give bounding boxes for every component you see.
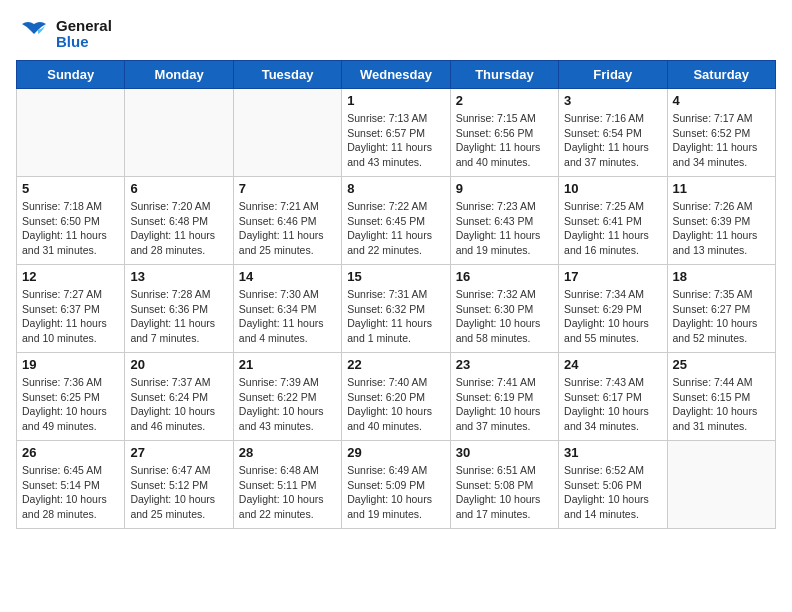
- day-info: Sunrise: 7:40 AM Sunset: 6:20 PM Dayligh…: [347, 375, 444, 434]
- day-info: Sunrise: 7:41 AM Sunset: 6:19 PM Dayligh…: [456, 375, 553, 434]
- calendar-cell: 19Sunrise: 7:36 AM Sunset: 6:25 PM Dayli…: [17, 353, 125, 441]
- calendar-cell: 1Sunrise: 7:13 AM Sunset: 6:57 PM Daylig…: [342, 89, 450, 177]
- day-info: Sunrise: 7:17 AM Sunset: 6:52 PM Dayligh…: [673, 111, 770, 170]
- weekday-header-row: SundayMondayTuesdayWednesdayThursdayFrid…: [17, 61, 776, 89]
- calendar-cell: 23Sunrise: 7:41 AM Sunset: 6:19 PM Dayli…: [450, 353, 558, 441]
- weekday-header: Thursday: [450, 61, 558, 89]
- day-info: Sunrise: 7:37 AM Sunset: 6:24 PM Dayligh…: [130, 375, 227, 434]
- day-number: 12: [22, 269, 119, 284]
- calendar-cell: 10Sunrise: 7:25 AM Sunset: 6:41 PM Dayli…: [559, 177, 667, 265]
- calendar-cell: 22Sunrise: 7:40 AM Sunset: 6:20 PM Dayli…: [342, 353, 450, 441]
- day-number: 17: [564, 269, 661, 284]
- weekday-header: Monday: [125, 61, 233, 89]
- day-info: Sunrise: 7:28 AM Sunset: 6:36 PM Dayligh…: [130, 287, 227, 346]
- calendar-cell: 15Sunrise: 7:31 AM Sunset: 6:32 PM Dayli…: [342, 265, 450, 353]
- day-number: 24: [564, 357, 661, 372]
- week-row: 5Sunrise: 7:18 AM Sunset: 6:50 PM Daylig…: [17, 177, 776, 265]
- day-number: 8: [347, 181, 444, 196]
- logo: General Blue: [16, 16, 112, 52]
- calendar-cell: [667, 441, 775, 529]
- calendar-cell: 24Sunrise: 7:43 AM Sunset: 6:17 PM Dayli…: [559, 353, 667, 441]
- day-number: 6: [130, 181, 227, 196]
- day-number: 5: [22, 181, 119, 196]
- day-info: Sunrise: 7:15 AM Sunset: 6:56 PM Dayligh…: [456, 111, 553, 170]
- calendar-cell: 30Sunrise: 6:51 AM Sunset: 5:08 PM Dayli…: [450, 441, 558, 529]
- day-number: 13: [130, 269, 227, 284]
- calendar-cell: 20Sunrise: 7:37 AM Sunset: 6:24 PM Dayli…: [125, 353, 233, 441]
- calendar-cell: 8Sunrise: 7:22 AM Sunset: 6:45 PM Daylig…: [342, 177, 450, 265]
- day-number: 7: [239, 181, 336, 196]
- day-info: Sunrise: 7:26 AM Sunset: 6:39 PM Dayligh…: [673, 199, 770, 258]
- day-number: 28: [239, 445, 336, 460]
- weekday-header: Friday: [559, 61, 667, 89]
- calendar-cell: 13Sunrise: 7:28 AM Sunset: 6:36 PM Dayli…: [125, 265, 233, 353]
- day-info: Sunrise: 6:52 AM Sunset: 5:06 PM Dayligh…: [564, 463, 661, 522]
- weekday-header: Wednesday: [342, 61, 450, 89]
- day-number: 26: [22, 445, 119, 460]
- day-info: Sunrise: 6:45 AM Sunset: 5:14 PM Dayligh…: [22, 463, 119, 522]
- calendar-cell: 27Sunrise: 6:47 AM Sunset: 5:12 PM Dayli…: [125, 441, 233, 529]
- day-number: 1: [347, 93, 444, 108]
- weekday-header: Sunday: [17, 61, 125, 89]
- calendar-cell: 3Sunrise: 7:16 AM Sunset: 6:54 PM Daylig…: [559, 89, 667, 177]
- day-number: 27: [130, 445, 227, 460]
- week-row: 19Sunrise: 7:36 AM Sunset: 6:25 PM Dayli…: [17, 353, 776, 441]
- day-info: Sunrise: 7:25 AM Sunset: 6:41 PM Dayligh…: [564, 199, 661, 258]
- day-info: Sunrise: 7:16 AM Sunset: 6:54 PM Dayligh…: [564, 111, 661, 170]
- day-info: Sunrise: 7:43 AM Sunset: 6:17 PM Dayligh…: [564, 375, 661, 434]
- day-info: Sunrise: 6:47 AM Sunset: 5:12 PM Dayligh…: [130, 463, 227, 522]
- day-info: Sunrise: 7:34 AM Sunset: 6:29 PM Dayligh…: [564, 287, 661, 346]
- day-info: Sunrise: 7:18 AM Sunset: 6:50 PM Dayligh…: [22, 199, 119, 258]
- week-row: 12Sunrise: 7:27 AM Sunset: 6:37 PM Dayli…: [17, 265, 776, 353]
- day-number: 31: [564, 445, 661, 460]
- calendar-cell: 21Sunrise: 7:39 AM Sunset: 6:22 PM Dayli…: [233, 353, 341, 441]
- day-number: 16: [456, 269, 553, 284]
- day-number: 19: [22, 357, 119, 372]
- calendar-cell: 11Sunrise: 7:26 AM Sunset: 6:39 PM Dayli…: [667, 177, 775, 265]
- day-info: Sunrise: 7:44 AM Sunset: 6:15 PM Dayligh…: [673, 375, 770, 434]
- day-info: Sunrise: 6:48 AM Sunset: 5:11 PM Dayligh…: [239, 463, 336, 522]
- day-info: Sunrise: 7:31 AM Sunset: 6:32 PM Dayligh…: [347, 287, 444, 346]
- day-number: 22: [347, 357, 444, 372]
- day-info: Sunrise: 7:30 AM Sunset: 6:34 PM Dayligh…: [239, 287, 336, 346]
- calendar-cell: 7Sunrise: 7:21 AM Sunset: 6:46 PM Daylig…: [233, 177, 341, 265]
- day-info: Sunrise: 7:32 AM Sunset: 6:30 PM Dayligh…: [456, 287, 553, 346]
- day-number: 21: [239, 357, 336, 372]
- day-number: 18: [673, 269, 770, 284]
- day-number: 14: [239, 269, 336, 284]
- weekday-header: Tuesday: [233, 61, 341, 89]
- calendar-cell: [125, 89, 233, 177]
- calendar-cell: 18Sunrise: 7:35 AM Sunset: 6:27 PM Dayli…: [667, 265, 775, 353]
- day-number: 29: [347, 445, 444, 460]
- logo-container: General Blue: [16, 16, 112, 52]
- page-header: General Blue: [16, 16, 776, 52]
- day-info: Sunrise: 7:21 AM Sunset: 6:46 PM Dayligh…: [239, 199, 336, 258]
- calendar-cell: 31Sunrise: 6:52 AM Sunset: 5:06 PM Dayli…: [559, 441, 667, 529]
- calendar-cell: 28Sunrise: 6:48 AM Sunset: 5:11 PM Dayli…: [233, 441, 341, 529]
- day-number: 2: [456, 93, 553, 108]
- day-number: 11: [673, 181, 770, 196]
- calendar-cell: 2Sunrise: 7:15 AM Sunset: 6:56 PM Daylig…: [450, 89, 558, 177]
- day-number: 15: [347, 269, 444, 284]
- day-info: Sunrise: 7:20 AM Sunset: 6:48 PM Dayligh…: [130, 199, 227, 258]
- day-info: Sunrise: 7:13 AM Sunset: 6:57 PM Dayligh…: [347, 111, 444, 170]
- day-number: 9: [456, 181, 553, 196]
- day-number: 3: [564, 93, 661, 108]
- day-number: 4: [673, 93, 770, 108]
- calendar-cell: 14Sunrise: 7:30 AM Sunset: 6:34 PM Dayli…: [233, 265, 341, 353]
- calendar-cell: [17, 89, 125, 177]
- day-info: Sunrise: 7:35 AM Sunset: 6:27 PM Dayligh…: [673, 287, 770, 346]
- day-number: 10: [564, 181, 661, 196]
- calendar-cell: 6Sunrise: 7:20 AM Sunset: 6:48 PM Daylig…: [125, 177, 233, 265]
- day-info: Sunrise: 7:39 AM Sunset: 6:22 PM Dayligh…: [239, 375, 336, 434]
- calendar-table: SundayMondayTuesdayWednesdayThursdayFrid…: [16, 60, 776, 529]
- day-info: Sunrise: 6:49 AM Sunset: 5:09 PM Dayligh…: [347, 463, 444, 522]
- day-number: 30: [456, 445, 553, 460]
- calendar-cell: 25Sunrise: 7:44 AM Sunset: 6:15 PM Dayli…: [667, 353, 775, 441]
- day-number: 20: [130, 357, 227, 372]
- day-info: Sunrise: 7:22 AM Sunset: 6:45 PM Dayligh…: [347, 199, 444, 258]
- logo-text-blue: Blue: [56, 34, 112, 51]
- day-info: Sunrise: 7:23 AM Sunset: 6:43 PM Dayligh…: [456, 199, 553, 258]
- weekday-header: Saturday: [667, 61, 775, 89]
- day-info: Sunrise: 6:51 AM Sunset: 5:08 PM Dayligh…: [456, 463, 553, 522]
